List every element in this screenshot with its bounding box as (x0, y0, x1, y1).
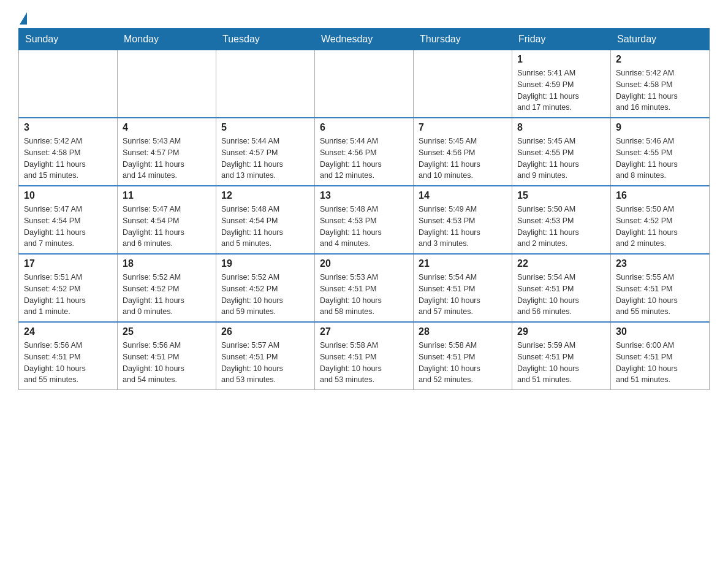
calendar-cell: 30Sunrise: 6:00 AM Sunset: 4:51 PM Dayli… (611, 322, 710, 390)
day-info: Sunrise: 5:42 AM Sunset: 4:58 PM Dayligh… (616, 67, 704, 113)
calendar-cell: 14Sunrise: 5:49 AM Sunset: 4:53 PM Dayli… (414, 186, 512, 254)
day-number: 11 (123, 190, 211, 201)
calendar-cell (315, 50, 414, 118)
calendar-cell: 11Sunrise: 5:47 AM Sunset: 4:54 PM Dayli… (118, 186, 216, 254)
day-info: Sunrise: 5:52 AM Sunset: 4:52 PM Dayligh… (221, 272, 309, 318)
day-number: 6 (320, 122, 408, 133)
day-info: Sunrise: 5:50 AM Sunset: 4:53 PM Dayligh… (517, 204, 605, 250)
day-number: 28 (419, 326, 507, 337)
calendar-cell: 5Sunrise: 5:44 AM Sunset: 4:57 PM Daylig… (216, 118, 315, 186)
calendar-cell: 4Sunrise: 5:43 AM Sunset: 4:57 PM Daylig… (118, 118, 216, 186)
day-info: Sunrise: 5:47 AM Sunset: 4:54 PM Dayligh… (24, 204, 112, 250)
day-info: Sunrise: 5:45 AM Sunset: 4:56 PM Dayligh… (419, 136, 507, 182)
calendar-week-row: 17Sunrise: 5:51 AM Sunset: 4:52 PM Dayli… (19, 254, 710, 322)
day-number: 17 (24, 258, 112, 269)
day-number: 13 (320, 190, 408, 201)
day-number: 12 (221, 190, 309, 201)
calendar-cell (216, 50, 315, 118)
calendar-cell: 21Sunrise: 5:54 AM Sunset: 4:51 PM Dayli… (414, 254, 512, 322)
day-number: 1 (517, 54, 605, 65)
day-number: 14 (419, 190, 507, 201)
page-header (18, 12, 710, 22)
calendar-cell: 9Sunrise: 5:46 AM Sunset: 4:55 PM Daylig… (611, 118, 710, 186)
calendar-cell: 20Sunrise: 5:53 AM Sunset: 4:51 PM Dayli… (315, 254, 414, 322)
day-info: Sunrise: 5:58 AM Sunset: 4:51 PM Dayligh… (320, 340, 408, 386)
weekday-header-thursday: Thursday (414, 29, 512, 50)
calendar-cell: 23Sunrise: 5:55 AM Sunset: 4:51 PM Dayli… (611, 254, 710, 322)
day-number: 5 (221, 122, 309, 133)
day-info: Sunrise: 5:53 AM Sunset: 4:51 PM Dayligh… (320, 272, 408, 318)
day-info: Sunrise: 5:56 AM Sunset: 4:51 PM Dayligh… (123, 340, 211, 386)
calendar-week-row: 24Sunrise: 5:56 AM Sunset: 4:51 PM Dayli… (19, 322, 710, 390)
weekday-header-tuesday: Tuesday (216, 29, 315, 50)
day-number: 29 (517, 326, 605, 337)
day-info: Sunrise: 5:42 AM Sunset: 4:58 PM Dayligh… (24, 136, 112, 182)
calendar-week-row: 1Sunrise: 5:41 AM Sunset: 4:59 PM Daylig… (19, 50, 710, 118)
calendar-header-row: SundayMondayTuesdayWednesdayThursdayFrid… (19, 29, 710, 50)
day-info: Sunrise: 5:52 AM Sunset: 4:52 PM Dayligh… (123, 272, 211, 318)
day-info: Sunrise: 5:54 AM Sunset: 4:51 PM Dayligh… (517, 272, 605, 318)
weekday-header-saturday: Saturday (611, 29, 710, 50)
calendar-cell: 27Sunrise: 5:58 AM Sunset: 4:51 PM Dayli… (315, 322, 414, 390)
day-number: 25 (123, 326, 211, 337)
calendar-cell: 18Sunrise: 5:52 AM Sunset: 4:52 PM Dayli… (118, 254, 216, 322)
calendar-cell (19, 50, 118, 118)
day-info: Sunrise: 5:56 AM Sunset: 4:51 PM Dayligh… (24, 340, 112, 386)
logo-triangle-icon (20, 12, 27, 25)
day-number: 9 (616, 122, 704, 133)
day-number: 3 (24, 122, 112, 133)
day-number: 15 (517, 190, 605, 201)
calendar-week-row: 3Sunrise: 5:42 AM Sunset: 4:58 PM Daylig… (19, 118, 710, 186)
day-info: Sunrise: 5:44 AM Sunset: 4:57 PM Dayligh… (221, 136, 309, 182)
day-info: Sunrise: 5:48 AM Sunset: 4:53 PM Dayligh… (320, 204, 408, 250)
calendar-cell: 12Sunrise: 5:48 AM Sunset: 4:54 PM Dayli… (216, 186, 315, 254)
calendar-cell: 19Sunrise: 5:52 AM Sunset: 4:52 PM Dayli… (216, 254, 315, 322)
calendar-cell: 24Sunrise: 5:56 AM Sunset: 4:51 PM Dayli… (19, 322, 118, 390)
day-number: 23 (616, 258, 704, 269)
day-number: 4 (123, 122, 211, 133)
day-number: 30 (616, 326, 704, 337)
weekday-header-friday: Friday (512, 29, 611, 50)
day-number: 21 (419, 258, 507, 269)
calendar-cell: 3Sunrise: 5:42 AM Sunset: 4:58 PM Daylig… (19, 118, 118, 186)
day-info: Sunrise: 5:43 AM Sunset: 4:57 PM Dayligh… (123, 136, 211, 182)
calendar-cell: 13Sunrise: 5:48 AM Sunset: 4:53 PM Dayli… (315, 186, 414, 254)
day-info: Sunrise: 5:58 AM Sunset: 4:51 PM Dayligh… (419, 340, 507, 386)
calendar-cell: 10Sunrise: 5:47 AM Sunset: 4:54 PM Dayli… (19, 186, 118, 254)
day-info: Sunrise: 5:51 AM Sunset: 4:52 PM Dayligh… (24, 272, 112, 318)
calendar-table: SundayMondayTuesdayWednesdayThursdayFrid… (18, 28, 710, 390)
day-info: Sunrise: 5:44 AM Sunset: 4:56 PM Dayligh… (320, 136, 408, 182)
day-number: 7 (419, 122, 507, 133)
day-info: Sunrise: 5:54 AM Sunset: 4:51 PM Dayligh… (419, 272, 507, 318)
day-info: Sunrise: 5:46 AM Sunset: 4:55 PM Dayligh… (616, 136, 704, 182)
weekday-header-monday: Monday (118, 29, 216, 50)
day-number: 10 (24, 190, 112, 201)
day-number: 20 (320, 258, 408, 269)
calendar-cell (414, 50, 512, 118)
day-number: 24 (24, 326, 112, 337)
calendar-cell: 8Sunrise: 5:45 AM Sunset: 4:55 PM Daylig… (512, 118, 611, 186)
day-info: Sunrise: 5:47 AM Sunset: 4:54 PM Dayligh… (123, 204, 211, 250)
day-info: Sunrise: 5:45 AM Sunset: 4:55 PM Dayligh… (517, 136, 605, 182)
calendar-cell: 22Sunrise: 5:54 AM Sunset: 4:51 PM Dayli… (512, 254, 611, 322)
calendar-cell: 17Sunrise: 5:51 AM Sunset: 4:52 PM Dayli… (19, 254, 118, 322)
day-number: 2 (616, 54, 704, 65)
calendar-cell: 6Sunrise: 5:44 AM Sunset: 4:56 PM Daylig… (315, 118, 414, 186)
logo (18, 12, 27, 22)
calendar-week-row: 10Sunrise: 5:47 AM Sunset: 4:54 PM Dayli… (19, 186, 710, 254)
calendar-cell: 2Sunrise: 5:42 AM Sunset: 4:58 PM Daylig… (611, 50, 710, 118)
weekday-header-wednesday: Wednesday (315, 29, 414, 50)
calendar-cell: 1Sunrise: 5:41 AM Sunset: 4:59 PM Daylig… (512, 50, 611, 118)
weekday-header-sunday: Sunday (19, 29, 118, 50)
day-number: 26 (221, 326, 309, 337)
calendar-cell: 16Sunrise: 5:50 AM Sunset: 4:52 PM Dayli… (611, 186, 710, 254)
calendar-cell: 7Sunrise: 5:45 AM Sunset: 4:56 PM Daylig… (414, 118, 512, 186)
day-info: Sunrise: 5:59 AM Sunset: 4:51 PM Dayligh… (517, 340, 605, 386)
day-info: Sunrise: 5:50 AM Sunset: 4:52 PM Dayligh… (616, 204, 704, 250)
day-number: 16 (616, 190, 704, 201)
calendar-cell: 29Sunrise: 5:59 AM Sunset: 4:51 PM Dayli… (512, 322, 611, 390)
calendar-cell: 25Sunrise: 5:56 AM Sunset: 4:51 PM Dayli… (118, 322, 216, 390)
day-number: 8 (517, 122, 605, 133)
calendar-cell (118, 50, 216, 118)
calendar-cell: 15Sunrise: 5:50 AM Sunset: 4:53 PM Dayli… (512, 186, 611, 254)
